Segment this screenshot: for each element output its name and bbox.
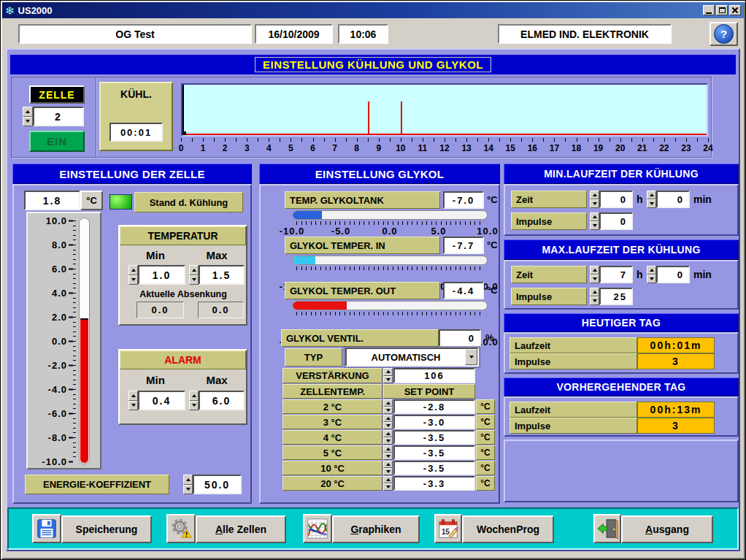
min-hours-spinner[interactable] [590,191,599,208]
exit-door-icon[interactable] [593,514,621,543]
timeline-half-tick [192,138,193,142]
thermometer-fill [80,318,88,463]
alarm-max-field[interactable]: 6.0 [199,391,245,410]
ausgang-button[interactable]: Ausgang [621,515,713,543]
wochenprog-button[interactable]: WochenProg [462,515,554,543]
page-banner: EINSTELLUNG KÜHLUNG UND GLYKOL [10,55,736,74]
energie-spinner[interactable] [183,475,193,494]
min-hours-field[interactable]: 0 [599,191,633,208]
temp-max-field[interactable]: 1.5 [199,265,245,285]
close-button[interactable] [729,5,741,15]
timeline-half-tick [588,138,588,142]
site-name-input[interactable]: OG Test [18,24,252,44]
graphiken-button[interactable]: Graphiken [332,515,420,543]
setpoint-field[interactable]: -3.5 [393,461,475,475]
alle-zellen-button[interactable]: Alle Zellen [196,515,286,543]
setpoint-unit: °C [476,399,495,414]
max-hours-field[interactable]: 7 [599,266,633,283]
setpoint-spinner[interactable] [383,399,393,414]
absenkung-label: Aktuelle Absenkung [121,289,245,299]
setpoint-spinner[interactable] [383,415,393,429]
calendar-edit-icon[interactable]: 15 [434,514,462,543]
min-minutes-spinner[interactable] [647,191,656,208]
glykoltank-unit: °C [487,194,498,205]
glykol-out-bar [292,301,488,310]
setpoint-field[interactable]: -3.0 [393,415,475,429]
timeline-tick-label: 19 [593,143,603,153]
setpoint-unit: °C [476,476,495,491]
maximize-button[interactable] [716,5,728,15]
zelle-number-field[interactable]: 2 [33,107,84,126]
min-hours-unit: h [637,193,643,205]
help-button[interactable]: ? [710,22,738,46]
glykol-in-bar [292,256,488,265]
setpoint-field[interactable]: -2.8 [393,399,475,414]
setpoint-spinner[interactable] [383,461,393,475]
setpoint-field[interactable]: -3.5 [393,445,475,460]
timeline-half-tick [368,138,369,142]
typ-dropdown[interactable]: AUTOMATISCH [345,348,479,367]
table-col-zellentemp: ZELLENTEMP. [282,384,382,399]
minimize-icon [706,12,712,14]
alarm-min-spinner[interactable] [128,391,138,410]
max-hours-spinner[interactable] [590,266,599,283]
setpoint-field[interactable]: -3.5 [393,430,475,445]
timeline-tick [488,138,489,142]
min-impulse-field[interactable]: 0 [599,212,633,230]
ein-button[interactable]: EIN [29,131,85,152]
min-impulse-spinner[interactable] [590,212,599,230]
max-impulse-field[interactable]: 25 [599,288,633,305]
timeline-event [401,101,402,134]
max-impulse-spinner[interactable] [590,288,599,305]
timeline-tick [554,138,555,142]
verstaerkung-spinner[interactable] [383,368,393,383]
timeline-y-axis [182,85,184,135]
alarm-min-field[interactable]: 0.4 [138,391,185,410]
temp-min-field[interactable]: 1.0 [138,265,185,285]
slider-scale-label: -5.0 [331,226,350,237]
gear-warning-icon[interactable] [166,514,196,543]
spin-up-icon[interactable] [23,107,33,117]
chart-curves-icon[interactable] [303,514,332,543]
setpoint-spinner[interactable] [383,430,393,445]
timeline-tick-label: 24 [703,143,712,153]
thermometer-tick: -4.0 [29,384,77,395]
min-minutes-field[interactable]: 0 [656,191,690,208]
vortag-impulse-value: 3 [637,418,715,434]
thermometer-tick: 0.0 [29,336,77,347]
setpoint-field[interactable]: -3.3 [393,476,475,491]
timeline-half-tick [521,138,522,142]
zelle-spinner[interactable] [23,107,33,126]
max-minutes-field[interactable]: 0 [656,266,690,283]
chevron-down-icon[interactable] [465,349,477,365]
timeline-tick [620,138,621,142]
setpoint-spinner[interactable] [383,476,393,491]
alarm-max-spinner[interactable] [189,391,199,410]
glykol-out-value: -4.4 [443,282,484,299]
timeline-half-tick [258,138,258,142]
glykol-in-label: GLYKOL TEMPER. IN [285,237,440,254]
spin-down-icon[interactable] [23,117,33,127]
energie-field[interactable]: 50.0 [193,475,242,494]
minimize-button[interactable] [703,5,715,15]
table-col-setpoint: SET POINT [383,384,475,399]
setpoint-spinner[interactable] [383,445,393,460]
max-minutes-spinner[interactable] [647,266,656,283]
svg-text:15: 15 [442,528,450,536]
slider-scale-label: 5.0 [431,226,446,237]
snowflake-icon [5,5,15,16]
timeline-tick-label: 15 [506,143,515,153]
company-display: ELMED IND. ELEKTRONIK [498,24,672,44]
verstaerkung-field[interactable]: 106 [393,368,475,383]
slider-scale-label: 0.0 [382,226,397,237]
temp-min-spinner[interactable] [128,265,138,285]
min-impulse-label: Impulse [511,212,587,230]
thermometer-tick: -8.0 [29,432,77,443]
alarm-max-label: Max [191,374,242,386]
max-impulse-label: Impulse [511,288,587,305]
glykoltank-ruler [296,221,483,225]
temp-max-spinner[interactable] [189,265,199,285]
floppy-disk-icon[interactable] [32,514,61,543]
timeline-tick [335,138,336,142]
speicherung-button[interactable]: Speicherung [61,515,152,543]
